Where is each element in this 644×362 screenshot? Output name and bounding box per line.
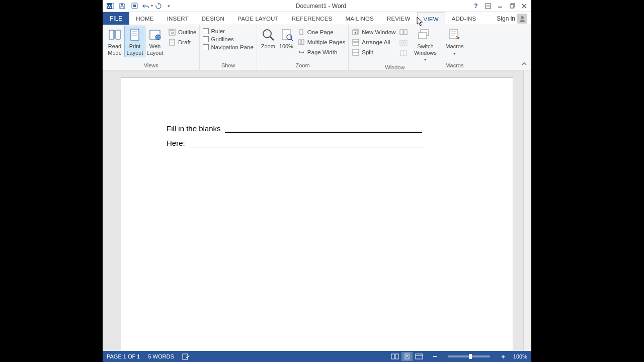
switch-windows-icon xyxy=(418,27,433,42)
status-words[interactable]: 5 WORDS xyxy=(148,353,174,359)
help-icon[interactable]: ? xyxy=(470,1,482,12)
read-mode-button[interactable]: Read Mode xyxy=(105,26,125,57)
tab-references[interactable]: REFERENCES xyxy=(285,12,339,25)
new-window-button[interactable]: ✶New Window xyxy=(351,27,396,37)
repeat-icon[interactable] xyxy=(153,1,164,12)
restore-icon[interactable] xyxy=(506,1,518,12)
sign-in-label: Sign in xyxy=(497,15,515,22)
qat-customize-icon[interactable]: ▾ xyxy=(165,1,172,12)
navigation-pane-checkbox[interactable]: Navigation Pane xyxy=(202,43,254,51)
synchronous-scrolling-button[interactable] xyxy=(398,38,409,48)
zoom-button[interactable]: Zoom xyxy=(259,26,277,51)
close-icon[interactable] xyxy=(518,1,530,12)
one-page-icon xyxy=(297,28,305,36)
split-label: Split xyxy=(362,49,373,55)
switch-windows-button[interactable]: Switch Windows ▾ xyxy=(412,26,439,63)
document-area[interactable]: Fill in the blanks Here: xyxy=(103,70,531,351)
web-layout-button[interactable]: Web Layout xyxy=(145,26,165,57)
checkbox-icon xyxy=(203,28,209,34)
navigation-pane-label: Navigation Pane xyxy=(211,44,253,50)
svg-rect-31 xyxy=(300,30,303,35)
new-window-label: New Window xyxy=(362,29,395,35)
zoom-slider[interactable] xyxy=(448,355,490,357)
status-bar: PAGE 1 OF 1 5 WORDS − + 100% xyxy=(103,351,531,362)
zoom-out-button[interactable]: − xyxy=(433,352,437,360)
macros-button[interactable]: Macros▾ xyxy=(443,26,465,57)
page-width-button[interactable]: Page Width xyxy=(296,47,346,57)
tab-file[interactable]: FILE xyxy=(103,12,129,25)
doc-line-1: Fill in the blanks xyxy=(167,124,467,133)
svg-rect-41 xyxy=(400,30,403,35)
svg-text:W: W xyxy=(107,4,112,9)
zoom-percent[interactable]: 100% xyxy=(513,353,527,359)
gridlines-checkbox[interactable]: Gridlines xyxy=(202,35,254,43)
new-window-icon: ✶ xyxy=(352,28,360,36)
read-mode-label: Read Mode xyxy=(106,43,124,56)
tab-view[interactable]: VIEW xyxy=(417,12,445,25)
tab-insert[interactable]: INSERT xyxy=(160,12,195,25)
view-side-by-side-button[interactable] xyxy=(398,27,409,37)
outline-button[interactable]: Outline xyxy=(167,27,197,37)
doc-text-fill-in-the-blanks[interactable]: Fill in the blanks xyxy=(167,124,221,133)
blank-underline-thick[interactable] xyxy=(225,132,422,133)
word-app-icon[interactable]: W xyxy=(105,1,116,12)
title-bar: W ▾ ▾ Document1 - Word ? xyxy=(103,0,531,12)
status-page[interactable]: PAGE 1 OF 1 xyxy=(107,353,140,359)
draft-button[interactable]: Draft xyxy=(167,37,197,47)
print-layout-button[interactable]: Print Layout xyxy=(125,26,145,57)
tab-mailings[interactable]: MAILINGS xyxy=(339,12,380,25)
page[interactable]: Fill in the blanks Here: xyxy=(121,77,513,351)
svg-rect-56 xyxy=(416,354,423,359)
web-layout-icon xyxy=(147,27,163,42)
zoom-in-button[interactable]: + xyxy=(501,353,505,360)
tab-add-ins[interactable]: ADD-INS xyxy=(445,12,483,25)
collapse-ribbon-icon[interactable] xyxy=(520,60,528,68)
web-layout-label: Web Layout xyxy=(146,43,164,56)
multiple-pages-icon xyxy=(297,38,305,46)
ribbon-tabs: FILE HOME INSERT DESIGN PAGE LAYOUT REFE… xyxy=(103,12,531,25)
reset-window-position-button[interactable] xyxy=(398,48,409,58)
svg-rect-13 xyxy=(131,29,139,40)
ribbon-display-options-icon[interactable] xyxy=(482,1,494,12)
blank-underline-thin[interactable] xyxy=(189,147,424,147)
arrange-all-label: Arrange All xyxy=(362,39,390,45)
zoom-100-icon xyxy=(279,27,294,42)
split-button[interactable]: Split xyxy=(351,47,396,57)
undo-icon[interactable] xyxy=(141,1,152,12)
tab-page-layout[interactable]: PAGE LAYOUT xyxy=(231,12,285,25)
zoom-100-button[interactable]: 100% xyxy=(277,26,295,51)
status-view-buttons xyxy=(389,352,425,361)
group-window: ✶New Window Arrange All Split Switch Win… xyxy=(349,25,441,70)
draft-label: Draft xyxy=(178,39,191,45)
zoom-slider-thumb[interactable] xyxy=(469,354,472,359)
vertical-scrollbar[interactable] xyxy=(523,70,531,351)
one-page-button[interactable]: One Page xyxy=(296,27,346,37)
save-icon[interactable] xyxy=(117,1,128,12)
print-layout-label: Print Layout xyxy=(126,43,144,56)
status-print-layout-icon[interactable] xyxy=(401,352,413,361)
switch-windows-label: Switch Windows ▾ xyxy=(413,43,438,62)
svg-rect-7 xyxy=(486,4,491,9)
zoom-label: Zoom xyxy=(261,43,275,50)
group-zoom-label: Zoom xyxy=(259,61,346,70)
svg-rect-48 xyxy=(419,33,427,39)
status-web-layout-icon[interactable] xyxy=(414,352,425,361)
svg-rect-38 xyxy=(353,43,359,45)
status-read-mode-icon[interactable] xyxy=(389,352,400,361)
arrange-all-button[interactable]: Arrange All xyxy=(351,37,396,47)
tab-review[interactable]: REVIEW xyxy=(380,12,417,25)
sign-in-link[interactable]: Sign in xyxy=(493,12,531,25)
svg-rect-10 xyxy=(510,5,514,8)
ruler-checkbox[interactable]: Ruler xyxy=(202,27,254,35)
multiple-pages-button[interactable]: Multiple Pages xyxy=(296,37,346,47)
tab-design[interactable]: DESIGN xyxy=(195,12,231,25)
minimize-icon[interactable] xyxy=(494,1,506,12)
status-proofing-icon[interactable] xyxy=(182,353,190,360)
group-zoom: Zoom 100% One Page Multiple Pages Page W… xyxy=(257,25,349,70)
doc-line-2: Here: xyxy=(167,139,467,147)
doc-text-here[interactable]: Here: xyxy=(167,139,185,147)
touch-mode-icon[interactable] xyxy=(129,1,140,12)
svg-rect-2 xyxy=(112,4,114,9)
tab-home[interactable]: HOME xyxy=(129,12,160,25)
zoom-icon xyxy=(261,27,276,42)
